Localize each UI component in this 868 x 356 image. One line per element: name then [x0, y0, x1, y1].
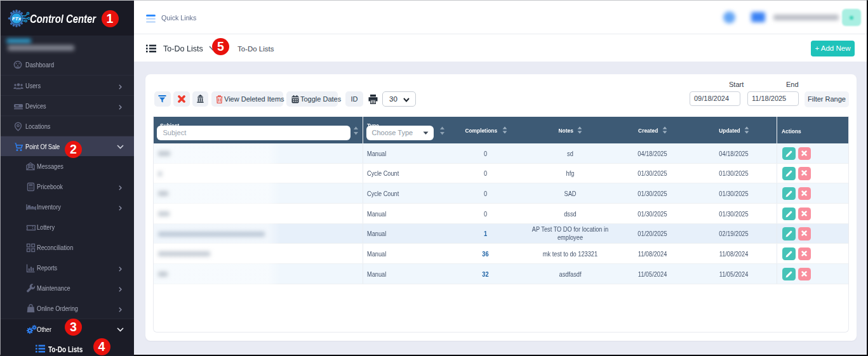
svg-text:FTx: FTx	[12, 16, 22, 22]
